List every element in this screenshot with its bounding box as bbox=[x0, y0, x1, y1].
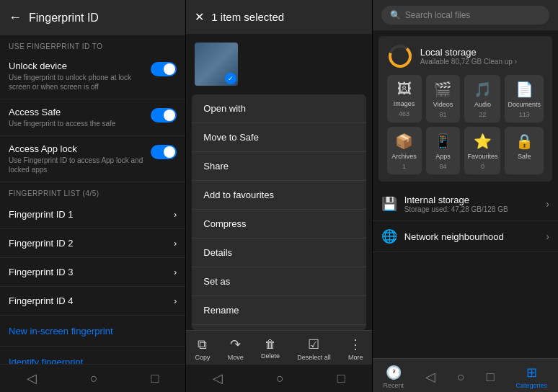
move-button[interactable]: ↷ Move bbox=[228, 337, 244, 361]
search-bar[interactable]: 🔍 Search local files bbox=[381, 6, 549, 24]
panel3-bottom-nav: 🕐 Recent ◁ ○ □ ⊞ Categories bbox=[373, 358, 558, 392]
network-neighbourhood-item[interactable]: 🌐 Network neighbourhood › bbox=[373, 221, 558, 252]
chevron-icon: › bbox=[546, 198, 549, 210]
category-images[interactable]: 🖼 Images 463 bbox=[387, 75, 422, 122]
compress-item[interactable]: Compress bbox=[192, 210, 366, 239]
home-nav[interactable]: ○ bbox=[457, 370, 465, 385]
filemanager-header: ✕ 1 item selected bbox=[186, 0, 371, 34]
fingerprint-header: ← Fingerprint ID bbox=[0, 0, 185, 35]
images-icon: 🖼 bbox=[397, 81, 412, 97]
category-videos[interactable]: 🎬 Videos 81 bbox=[426, 75, 461, 122]
trash-icon: 🗑 bbox=[265, 338, 276, 351]
fingerprint-id4[interactable]: Fingerprint ID 4 › bbox=[0, 287, 185, 316]
fingerprint-id3[interactable]: Fingerprint ID 3 › bbox=[0, 258, 185, 287]
back-icon[interactable]: ← bbox=[9, 10, 22, 25]
share-item[interactable]: Share bbox=[192, 152, 366, 181]
category-apps[interactable]: 📱 Apps 84 bbox=[426, 127, 461, 174]
chevron-icon: › bbox=[174, 267, 177, 277]
delete-button[interactable]: 🗑 Delete bbox=[261, 338, 280, 360]
network-icon: 🌐 bbox=[381, 228, 397, 244]
copy-button[interactable]: ⧉ Copy bbox=[195, 337, 210, 361]
recents-nav[interactable]: □ bbox=[487, 370, 495, 385]
option-applock-desc: Use Fingerprint ID to access App lock an… bbox=[9, 156, 146, 174]
panel1-navigation: ◁ ○ □ bbox=[0, 364, 185, 392]
selected-count-title: 1 item selected bbox=[211, 11, 284, 23]
apps-icon: 📱 bbox=[434, 133, 452, 150]
selected-thumbnail: ✓ bbox=[195, 43, 238, 86]
square-icon: □ bbox=[487, 370, 495, 385]
option-safe: Access Safe Use fingerprint to access th… bbox=[0, 99, 185, 136]
back-nav[interactable]: ◁ bbox=[425, 369, 435, 385]
local-storage-info: Local storage Available 80,72 GB Clean u… bbox=[420, 47, 517, 66]
search-bar-container: 🔍 Search local files bbox=[373, 0, 558, 30]
internal-storage-item[interactable]: 💾 Internal storage Storage used: 47,28 G… bbox=[373, 187, 558, 221]
home-nav-icon[interactable]: ○ bbox=[276, 371, 284, 386]
local-storage-title: Local storage bbox=[420, 47, 517, 58]
more-icon: ⋮ bbox=[349, 337, 362, 352]
option-applock-title: Access App lock bbox=[9, 143, 146, 154]
categories-icon: ⊞ bbox=[526, 365, 537, 380]
thumbnail-area: ✓ bbox=[186, 34, 371, 94]
back-nav-icon[interactable]: ◁ bbox=[213, 370, 223, 386]
deselect-icon: ☑ bbox=[308, 337, 319, 352]
videos-icon: 🎬 bbox=[434, 81, 452, 98]
option-unlock-title: Unlock device bbox=[9, 61, 146, 71]
category-safe[interactable]: 🔒 Safe bbox=[505, 127, 544, 174]
category-audio[interactable]: 🎵 Audio 22 bbox=[464, 75, 500, 122]
chevron-icon: › bbox=[546, 231, 549, 242]
recent-tab[interactable]: 🕐 Recent bbox=[384, 365, 404, 389]
option-applock: Access App lock Use Fingerprint ID to ac… bbox=[0, 136, 185, 182]
deselect-all-button[interactable]: ☑ Deselect all bbox=[297, 337, 331, 361]
option-safe-title: Access Safe bbox=[9, 107, 115, 117]
category-archives[interactable]: 📦 Archives 1 bbox=[387, 127, 422, 174]
applock-toggle[interactable] bbox=[151, 145, 177, 159]
file-categories-grid: 🖼 Images 463 🎬 Videos 81 🎵 Audio 22 📄 Do… bbox=[387, 75, 544, 174]
copy-icon: ⧉ bbox=[198, 337, 207, 352]
more-button[interactable]: ⋮ More bbox=[348, 337, 363, 361]
storage-donut-chart bbox=[387, 43, 413, 69]
unlock-toggle[interactable] bbox=[151, 62, 177, 76]
move-to-safe-item[interactable]: Move to Safe bbox=[192, 123, 366, 152]
fingerprint-content: USE FINGERPRINT ID TO Unlock device Use … bbox=[0, 35, 185, 364]
documents-icon: 📄 bbox=[515, 81, 533, 98]
network-info: Network neighbourhood bbox=[404, 231, 504, 242]
safe-icon: 🔒 bbox=[515, 133, 533, 150]
favourites-icon: ⭐ bbox=[474, 133, 492, 150]
local-storage-subtitle: Available 80,72 GB Clean up › bbox=[420, 58, 517, 66]
fingerprint-id2[interactable]: Fingerprint ID 2 › bbox=[0, 229, 185, 258]
panel3-content: Local storage Available 80,72 GB Clean u… bbox=[373, 30, 558, 358]
option-unlock-desc: Use fingerprint to unlock phone at lock … bbox=[9, 73, 146, 92]
panel2-navigation: ◁ ○ □ bbox=[186, 364, 371, 392]
chevron-icon: › bbox=[174, 295, 177, 306]
category-documents[interactable]: 📄 Documents 113 bbox=[505, 75, 544, 122]
category-favourites[interactable]: ⭐ Favourites 0 bbox=[464, 127, 500, 174]
chevron-icon: › bbox=[174, 209, 177, 220]
section1-label: USE FINGERPRINT ID TO bbox=[0, 35, 185, 53]
create-shortcut-item[interactable]: Create desktop shortcut bbox=[192, 325, 366, 330]
set-as-item[interactable]: Set as bbox=[192, 267, 366, 296]
filebrowser-panel: 🔍 Search local files Local storage Avail… bbox=[373, 0, 558, 392]
local-storage-header: Local storage Available 80,72 GB Clean u… bbox=[387, 43, 544, 69]
details-item[interactable]: Details bbox=[192, 239, 366, 267]
new-fingerprint-button[interactable]: New in-screen fingerprint bbox=[0, 316, 185, 347]
context-menu: Open with Move to Safe Share Add to favo… bbox=[192, 94, 366, 330]
rename-item[interactable]: Rename bbox=[192, 296, 366, 325]
fingerprint-id1[interactable]: Fingerprint ID 1 › bbox=[0, 200, 185, 229]
add-favourites-item[interactable]: Add to favourites bbox=[192, 181, 366, 210]
close-icon[interactable]: ✕ bbox=[195, 10, 204, 24]
categories-tab[interactable]: ⊞ Categories bbox=[515, 365, 547, 389]
fingerprint-title: Fingerprint ID bbox=[29, 12, 99, 24]
recents-nav-icon[interactable]: □ bbox=[151, 371, 159, 386]
back-nav-icon[interactable]: ◁ bbox=[27, 370, 37, 386]
home-circle-icon: ○ bbox=[457, 370, 465, 385]
internal-storage-icon: 💾 bbox=[381, 196, 397, 212]
safe-toggle[interactable] bbox=[151, 108, 177, 122]
recents-nav-icon[interactable]: □ bbox=[337, 371, 345, 386]
chevron-icon: › bbox=[174, 238, 177, 249]
home-nav-icon[interactable]: ○ bbox=[90, 371, 98, 386]
fingerprint-panel: ← Fingerprint ID USE FINGERPRINT ID TO U… bbox=[0, 0, 185, 392]
move-icon: ↷ bbox=[230, 337, 241, 352]
recent-icon: 🕐 bbox=[386, 365, 402, 380]
open-with-item[interactable]: Open with bbox=[192, 94, 366, 123]
identify-fingerprint-button[interactable]: Identify fingerprint bbox=[0, 347, 185, 364]
